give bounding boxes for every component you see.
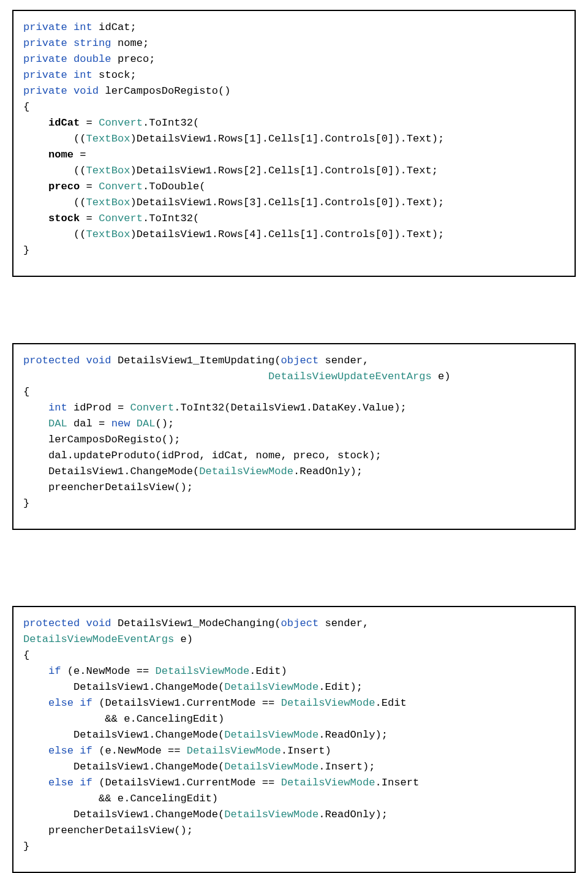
code-token [23,149,48,161]
code-token: .Edit); [318,681,363,693]
code-block-2: protected void DetailsView1_ItemUpdating… [12,343,576,531]
code-token: protected [23,355,80,366]
code-token: )DetailsView1.Rows[2].Cells[1].Controls[… [130,165,438,176]
code-token: lerCamposDoRegisto(); [23,434,180,445]
code-line: && e.CancelingEdit) [23,711,565,727]
code-token: nome; [111,37,149,49]
code-token: } [23,497,29,509]
code-token: .ReadOnly); [318,729,388,741]
code-token: DetailsViewMode [281,697,375,709]
code-token: int [74,21,92,33]
code-token: TextBox [86,133,130,145]
code-line: { [23,384,565,400]
code-token: (( [23,165,86,176]
code-token: DetailsViewMode [224,729,318,741]
code-token: )DetailsView1.Rows[3].Cells[1].Controls[… [130,197,444,208]
code-token: (e.NewMode == [61,665,156,677]
code-line: preencherDetailsView(); [23,823,565,839]
code-line: idCat = Convert.ToInt32( [23,115,565,131]
code-token [80,355,86,366]
code-line: lerCamposDoRegisto(); [23,432,565,448]
code-line: dal.updateProduto(idProd, idCat, nome, p… [23,448,565,464]
code-token [23,213,48,224]
code-line: DetailsViewUpdateEventArgs e) [23,369,565,385]
code-token: .Edit) [249,665,287,677]
code-token: DetailsView1_ItemUpdating( [111,355,281,366]
code-token: = [74,149,86,161]
code-line: } [23,243,565,259]
code-token: = [80,213,99,224]
code-token: sender, [318,355,369,366]
code-token: DetailsView1.ChangeMode( [23,809,224,820]
code-line: ((TextBox)DetailsView1.Rows[4].Cells[1].… [23,227,565,243]
code-token: Convert [99,213,143,224]
code-token [67,85,74,97]
code-token: DetailsViewMode [224,681,318,693]
code-token: .ToInt32(DetailsView1.DataKey.Value); [174,402,407,414]
code-token: DetailsViewModeEventArgs [23,633,174,645]
code-line: preencherDetailsView(); [23,480,565,496]
code-token: Convert [130,402,174,414]
code-line: DetailsView1.ChangeMode(DetailsViewMode.… [23,807,565,823]
code-token: preco [48,181,80,192]
code-line: && e.CancelingEdit) [23,791,565,807]
code-token: DAL [137,418,156,429]
code-token: idCat; [92,21,137,33]
code-token [67,21,74,33]
code-token: void [86,618,111,629]
code-token: { [23,101,29,113]
code-token [23,745,48,757]
code-token: (e.NewMode == [92,745,187,757]
code-token: )DetailsView1.Rows[1].Cells[1].Controls[… [130,133,444,145]
code-token [67,53,74,65]
code-token: void [86,355,111,366]
code-token: stock [48,213,80,224]
code-token: stock; [92,69,137,81]
code-token [23,181,48,192]
code-token: else [48,745,74,757]
code-token: DetailsView1.ChangeMode( [23,761,224,773]
code-token [67,69,74,81]
code-token: if [80,697,92,709]
code-token: idProd = [67,402,130,414]
code-line: DetailsViewModeEventArgs e) [23,632,565,648]
code-token: else [48,777,74,788]
code-token: new [111,418,130,429]
code-token: (( [23,197,86,208]
code-token [67,37,74,49]
code-token [23,117,48,129]
code-line: private int stock; [23,67,565,83]
code-block-1: private int idCat;private string nome;pr… [12,10,576,277]
code-token: DetailsView1_ModeChanging( [111,618,281,629]
code-token: int [74,69,92,81]
code-token: object [281,618,319,629]
code-line: } [23,496,565,512]
code-token [23,418,48,429]
code-line: if (e.NewMode == DetailsViewMode.Edit) [23,663,565,679]
code-token: .ReadOnly); [318,809,388,820]
code-token: private [23,69,67,81]
code-token: preco; [111,53,156,65]
code-token [74,745,80,757]
code-token: = [80,117,99,129]
code-line: protected void DetailsView1_ItemUpdating… [23,353,565,369]
code-token: protected [23,618,80,629]
code-line: else if (e.NewMode == DetailsViewMode.In… [23,743,565,759]
code-token: else [48,697,74,709]
code-token: double [74,53,111,65]
code-line: private string nome; [23,36,565,51]
code-token [130,418,136,429]
code-token: DetailsView1.ChangeMode( [23,729,224,741]
code-token: DetailsViewUpdateEventArgs [268,371,432,382]
code-line: private int idCat; [23,20,565,36]
code-line: stock = Convert.ToInt32( [23,211,565,227]
code-line: private double preco; [23,51,565,67]
code-token [74,697,80,709]
code-token: (); [155,418,174,429]
code-token: (DetailsView1.CurrentMode == [92,697,281,709]
code-token: void [74,85,99,97]
code-token: TextBox [86,197,130,208]
code-token: dal.updateProduto(idProd, idCat, nome, p… [23,450,382,461]
code-token: e) [432,371,451,382]
code-token: DetailsViewMode [281,777,375,788]
